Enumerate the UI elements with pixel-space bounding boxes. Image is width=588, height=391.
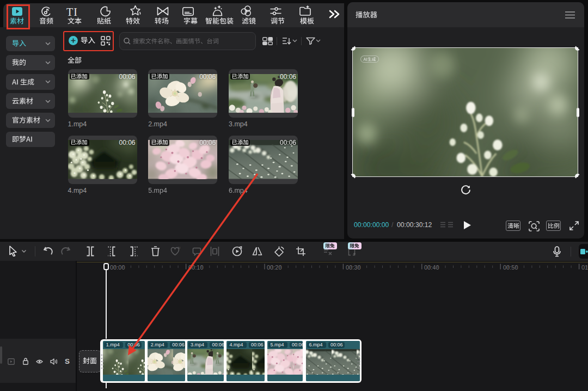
svg-text:AI: AI xyxy=(177,246,181,249)
